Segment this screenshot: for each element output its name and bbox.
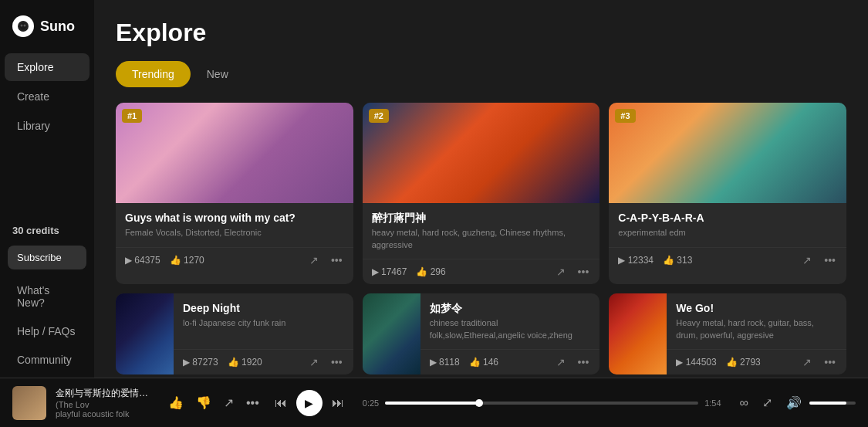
next-button[interactable]: ⏭	[329, 393, 347, 413]
card-subtitle: heavy metal, hard rock, guzheng, Chinese…	[372, 227, 591, 251]
play-count: ▶ 12334	[618, 255, 654, 266]
progress-bar[interactable]	[385, 402, 698, 405]
total-time: 1:54	[704, 398, 721, 408]
share-icon[interactable]: ↗	[801, 354, 813, 370]
logo[interactable]: Suno	[0, 12, 94, 53]
medium-card-0[interactable]: Deep Night lo-fi Japanese city funk rain…	[116, 293, 353, 374]
card-subtitle: Female Vocals, Distorted, Electronic	[125, 227, 344, 239]
expand-button[interactable]: ⤢	[759, 392, 775, 413]
play-count: ▶ 8118	[430, 357, 460, 368]
card-title: We Go!	[676, 301, 837, 315]
player-info: 金刚与哥斯拉的爱情故事 (The Lov playful acoustic fo…	[56, 387, 156, 419]
player-genre: playful acoustic folk	[56, 409, 156, 419]
share-icon[interactable]: ↗	[801, 252, 813, 268]
play-pause-button[interactable]: ▶	[296, 390, 323, 416]
credits-section: 30 credits	[0, 219, 94, 242]
logo-text: Suno	[40, 19, 75, 35]
progress-dot	[475, 399, 483, 407]
featured-card-0[interactable]: #1 Guys what is wrong with my cat? Femal…	[116, 103, 353, 284]
player-thumbnail	[12, 386, 46, 420]
rank-badge: #1	[122, 109, 142, 123]
more-icon[interactable]: •••	[576, 264, 591, 280]
play-count: ▶ 17467	[372, 266, 407, 277]
svg-point-2	[24, 25, 26, 27]
progress-fill	[385, 402, 479, 405]
sidebar-item-explore[interactable]: Explore	[5, 53, 90, 81]
like-count: 👍 1920	[228, 357, 262, 368]
subscribe-button[interactable]: Subscribe	[8, 246, 86, 269]
card-title: Guys what is wrong with my cat?	[125, 211, 344, 225]
more-icon[interactable]: •••	[329, 252, 344, 268]
tab-new[interactable]: New	[191, 61, 245, 87]
share-button[interactable]: ↗	[221, 392, 237, 413]
rank-badge: #3	[615, 109, 635, 123]
player-controls: 👍 👎 ↗ •••	[165, 392, 262, 413]
player-artist: (The Lov	[56, 400, 156, 409]
like-count: 👍 313	[663, 255, 692, 266]
prev-button[interactable]: ⏮	[272, 393, 290, 413]
card-subtitle: lo-fi Japanese city funk rain	[183, 317, 344, 329]
like-count: 👍 1270	[170, 255, 204, 266]
tabs: Trending New	[116, 61, 846, 87]
card-title: C-A-P-Y-B-A-R-A	[618, 211, 837, 225]
progress-area: 0:25 1:54	[363, 398, 721, 408]
featured-card-2[interactable]: #3 C-A-P-Y-B-A-R-A experimental edm ▶ 12…	[609, 103, 846, 284]
tab-trending[interactable]: Trending	[116, 61, 191, 87]
featured-card-1[interactable]: #2 醉打蔣門神 heavy metal, hard rock, guzheng…	[363, 103, 600, 284]
more-icon[interactable]: •••	[822, 354, 837, 370]
card-title: Deep Night	[183, 301, 344, 315]
volume-area: 🔊	[783, 392, 856, 413]
player-song-title: 金刚与哥斯拉的爱情故事	[56, 387, 156, 400]
card-title: 醉打蔣門神	[372, 211, 591, 225]
svg-point-1	[21, 25, 23, 27]
volume-fill	[809, 402, 846, 405]
medium-card-2[interactable]: We Go! Heavy metal, hard rock, guitar, b…	[609, 293, 846, 374]
sidebar-item-library[interactable]: Library	[5, 112, 90, 140]
featured-cards-grid: #1 Guys what is wrong with my cat? Femal…	[116, 103, 846, 284]
rank-badge: #2	[369, 109, 389, 123]
share-icon[interactable]: ↗	[555, 264, 567, 280]
sidebar-item-whats-new[interactable]: What's New?	[5, 276, 90, 317]
more-icon[interactable]: •••	[822, 252, 837, 268]
like-count: 👍 2793	[726, 357, 761, 368]
sidebar-item-create[interactable]: Create	[5, 83, 90, 110]
more-icon[interactable]: •••	[329, 354, 344, 370]
more-button[interactable]: •••	[243, 393, 262, 413]
like-count: 👍 296	[416, 266, 445, 277]
share-icon[interactable]: ↗	[308, 354, 320, 370]
player-extra-controls: ∞ ⤢ 🔊	[737, 392, 856, 413]
share-icon[interactable]: ↗	[308, 252, 320, 268]
main-content: Explore Trending New #1 Guys what is wro…	[94, 0, 868, 427]
volume-bar[interactable]	[809, 402, 856, 405]
sidebar-item-community[interactable]: Community	[5, 346, 90, 374]
page-title: Explore	[116, 19, 846, 47]
sidebar-item-help[interactable]: Help / FAQs	[5, 317, 90, 345]
player: 金刚与哥斯拉的爱情故事 (The Lov playful acoustic fo…	[0, 378, 868, 427]
transport-controls: ⏮ ▶ ⏭	[272, 390, 347, 416]
sidebar: Suno Explore Create Library 30 credits S…	[0, 0, 94, 427]
like-count: 👍 146	[469, 357, 498, 368]
like-button[interactable]: 👍	[165, 392, 187, 413]
play-count: ▶ 64375	[125, 255, 160, 266]
play-count: ▶ 87273	[183, 357, 218, 368]
more-icon[interactable]: •••	[576, 354, 591, 370]
play-count: ▶ 144503	[676, 357, 716, 368]
dislike-button[interactable]: 👎	[193, 392, 214, 413]
medium-cards-grid: Deep Night lo-fi Japanese city funk rain…	[116, 293, 846, 374]
share-icon[interactable]: ↗	[555, 354, 567, 370]
card-subtitle: chinese traditional folk,slow,Ethereal,a…	[430, 317, 591, 341]
card-subtitle: experimental edm	[618, 227, 837, 239]
credits-count: 30 credits	[12, 225, 59, 236]
card-title: 如梦令	[430, 301, 591, 315]
logo-icon	[12, 15, 34, 37]
sidebar-bottom: What's New? Help / FAQs Community	[0, 273, 94, 378]
loop-button[interactable]: ∞	[737, 393, 751, 413]
volume-icon[interactable]: 🔊	[783, 392, 805, 413]
card-subtitle: Heavy metal, hard rock, guitar, bass, dr…	[676, 317, 837, 341]
medium-card-1[interactable]: 如梦令 chinese traditional folk,slow,Ethere…	[363, 293, 600, 374]
current-time: 0:25	[363, 398, 379, 408]
